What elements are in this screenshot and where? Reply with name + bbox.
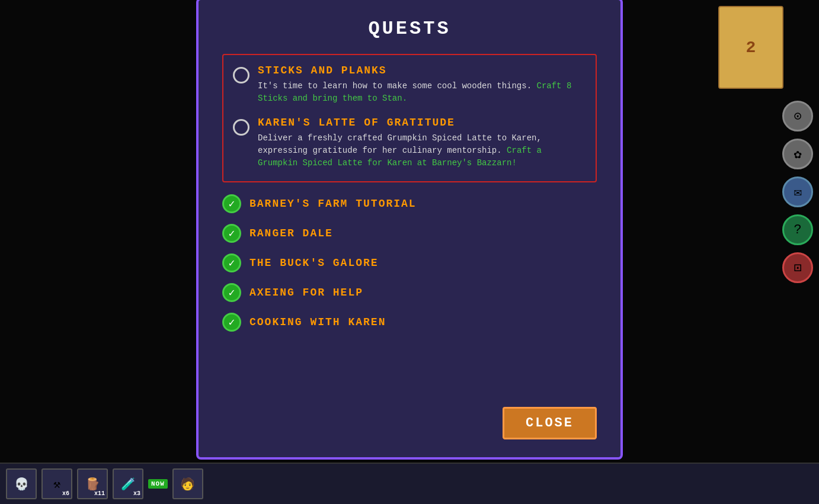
completed-quest-ranger-dale[interactable]: ✓ RANGER DALE [222,224,597,243]
completed-quest-axeing[interactable]: ✓ AXEING FOR HELP [222,283,597,302]
quest-title-cooking: COOKING WITH KAREN [249,316,386,328]
close-button[interactable]: CLOSE [503,407,597,439]
quests-modal: QUESTS STICKS AND PLANKS It's time to le… [196,0,623,460]
quest-title-barneys: BARNEY'S FARM TUTORIAL [249,198,417,210]
quest-item-karens-latte[interactable]: KAREN'S LATTE OF GRATITUDE Deliver a fre… [233,117,586,169]
quest-highlight-sticks: Craft 8 Sticks and bring them to Stan. [258,81,571,103]
completed-quest-barneys-farm[interactable]: ✓ BARNEY'S FARM TUTORIAL [222,194,597,213]
close-button-row: CLOSE [222,395,597,439]
completed-quest-bucks-galore[interactable]: ✓ THE BUCK'S GALORE [222,253,597,272]
quest-radio-karen [233,119,249,136]
quest-highlight-karen: Craft a Grumpkin Spiced Latte for Karen … [258,146,542,168]
quest-title-ranger: RANGER DALE [249,227,333,239]
quest-content-karen: KAREN'S LATTE OF GRATITUDE Deliver a fre… [258,117,586,169]
checkmark-barneys: ✓ [222,194,241,213]
quest-item-sticks-and-planks[interactable]: STICKS AND PLANKS It's time to learn how… [233,65,586,105]
checkmark-axeing: ✓ [222,283,241,302]
quest-desc-karen: Deliver a freshly crafted Grumpkin Spice… [258,132,586,169]
quest-title-sticks: STICKS AND PLANKS [258,65,586,76]
quest-radio-sticks [233,67,249,84]
checkmark-bucks: ✓ [222,253,241,272]
quest-desc-sticks: It's time to learn how to make some cool… [258,80,586,105]
completed-quests-section: ✓ BARNEY'S FARM TUTORIAL ✓ RANGER DALE ✓… [222,194,597,342]
active-quests-section: STICKS AND PLANKS It's time to learn how… [222,54,597,182]
modal-backdrop: QUESTS STICKS AND PLANKS It's time to le… [0,0,819,504]
quest-title-axeing: AXEING FOR HELP [249,287,363,298]
checkmark-cooking: ✓ [222,313,241,332]
quest-content-sticks: STICKS AND PLANKS It's time to learn how… [258,65,586,105]
quest-title-karen: KAREN'S LATTE OF GRATITUDE [258,117,586,129]
modal-title: QUESTS [222,18,597,40]
checkmark-ranger: ✓ [222,224,241,243]
completed-quest-cooking[interactable]: ✓ COOKING WITH KAREN [222,313,597,332]
quest-title-bucks: THE BUCK'S GALORE [249,257,379,269]
